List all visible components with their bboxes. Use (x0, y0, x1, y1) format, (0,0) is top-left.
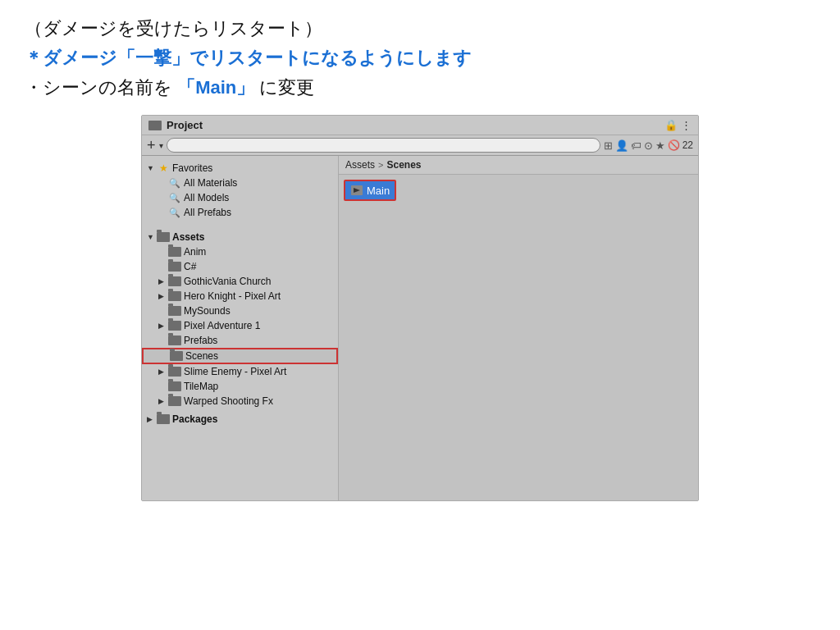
title-bar: Project 🔒 ⋮ (142, 116, 698, 135)
favorites-section: ▼ ★ Favorites 🔍 All Materials 🔍 All Mode… (142, 159, 338, 221)
all-prefabs-label: All Prefabs (184, 207, 231, 218)
tilemap-label: TileMap (184, 381, 218, 392)
assets-folder-icon (157, 232, 170, 243)
annotation-line1: （ダメージを受けたらリスタート） (25, 16, 815, 41)
pixel-adventure-item[interactable]: ▶ Pixel Adventure 1 (142, 318, 338, 333)
scenes-label: Scenes (185, 350, 218, 362)
slime-enemy-item[interactable]: ▶ Slime Enemy - Pixel Art (142, 364, 338, 379)
anim-label: Anim (184, 246, 206, 258)
hero-knight-item[interactable]: ▶ Hero Knight - Pixel Art (142, 289, 338, 304)
left-panel: ▼ ★ Favorites 🔍 All Materials 🔍 All Mode… (142, 156, 339, 500)
gothicvania-arrow: ▶ (158, 277, 168, 285)
all-prefabs-item[interactable]: 🔍 All Prefabs (142, 205, 338, 220)
slime-enemy-folder-icon (168, 367, 181, 377)
breadcrumb-separator: > (378, 160, 383, 170)
line3-suffix: に変更 (254, 77, 314, 98)
annotation-line2: ＊ダメージ「一撃」でリスタートになるようにします (25, 46, 815, 71)
gothicvania-item[interactable]: ▶ GothicVania Church (142, 274, 338, 289)
warped-label: Warped Shooting Fx (184, 395, 273, 407)
hero-knight-arrow: ▶ (158, 292, 168, 300)
scene-file-icon (350, 184, 363, 197)
tilemap-folder-icon (168, 381, 181, 392)
line3-highlight: 「Main」 (177, 77, 254, 98)
favorites-star-icon: ★ (157, 163, 170, 174)
slime-enemy-label: Slime Enemy - Pixel Art (184, 366, 286, 377)
circle-icon[interactable]: ⊙ (644, 139, 653, 152)
project-window: Project 🔒 ⋮ + ▾ ⊞ 👤 🏷 ⊙ ★ 🚫 22 ▼ (141, 115, 699, 501)
assets-header[interactable]: ▼ Assets (142, 230, 338, 244)
breadcrumb: Assets > Scenes (339, 156, 698, 175)
slime-enemy-arrow: ▶ (158, 368, 168, 376)
prefabs-label: Prefabs (184, 335, 217, 346)
packages-section: ▶ Packages (142, 410, 338, 428)
csharp-item[interactable]: C# (142, 259, 338, 274)
favorites-header[interactable]: ▼ ★ Favorites (142, 161, 338, 176)
pixel-adventure-folder-icon (168, 321, 181, 331)
packages-arrow: ▶ (147, 415, 157, 423)
scene-filter-icon[interactable]: ⊞ (604, 139, 613, 152)
search-icon-prefabs: 🔍 (168, 208, 181, 218)
annotation-area: （ダメージを受けたらリスタート） ＊ダメージ「一撃」でリスタートになるようにしま… (25, 16, 815, 100)
eye-slash-icon[interactable]: 🚫 (668, 139, 680, 151)
gothicvania-folder-icon (168, 276, 181, 287)
dropdown-arrow-icon[interactable]: ▾ (159, 141, 163, 150)
breadcrumb-assets: Assets (345, 159, 375, 171)
right-panel: Assets > Scenes Main (339, 156, 698, 500)
favorites-label: Favorites (172, 162, 212, 174)
mysounds-item[interactable]: MySounds (142, 304, 338, 318)
all-models-item[interactable]: 🔍 All Models (142, 190, 338, 205)
all-models-label: All Models (184, 192, 229, 203)
mysounds-label: MySounds (184, 305, 231, 317)
assets-label: Assets (172, 231, 204, 243)
hero-knight-folder-icon (168, 291, 181, 302)
main-scene-item[interactable]: Main (344, 180, 396, 201)
breadcrumb-scenes: Scenes (386, 159, 421, 171)
mysounds-folder-icon (168, 306, 181, 317)
assets-section: ▼ Assets Anim C# ▶ (142, 228, 338, 410)
anim-folder-icon (168, 247, 181, 258)
prefabs-folder-icon (168, 336, 181, 346)
pixel-adventure-label: Pixel Adventure 1 (184, 320, 260, 331)
packages-folder-icon (157, 414, 170, 425)
count-badge: 22 (682, 139, 693, 151)
annotation-line3: ・シーンの名前を 「Main」 に変更 (25, 75, 815, 100)
line3-prefix: ・シーンの名前を (25, 77, 177, 98)
right-content: Main (339, 175, 698, 496)
scenes-folder-icon (170, 351, 183, 362)
title-bar-right: 🔒 ⋮ (664, 119, 692, 131)
main-scene-label: Main (367, 185, 390, 197)
warped-arrow: ▶ (158, 397, 168, 405)
csharp-folder-icon (168, 262, 181, 272)
tilemap-item[interactable]: TileMap (142, 379, 338, 394)
folder-title-icon (148, 121, 162, 130)
main-content: ▼ ★ Favorites 🔍 All Materials 🔍 All Mode… (142, 156, 698, 500)
packages-header[interactable]: ▶ Packages (142, 412, 338, 427)
packages-label: Packages (172, 413, 217, 425)
title-bar-left: Project (148, 119, 203, 131)
prefabs-item[interactable]: Prefabs (142, 333, 338, 348)
star-icon[interactable]: ★ (655, 139, 665, 152)
warped-folder-icon (168, 396, 181, 407)
assets-arrow: ▼ (147, 233, 157, 241)
toolbar-icons: ⊞ 👤 🏷 ⊙ ★ 🚫 22 (604, 139, 693, 152)
more-icon[interactable]: ⋮ (681, 119, 692, 131)
all-materials-label: All Materials (184, 177, 237, 189)
lock-icon[interactable]: 🔒 (664, 119, 678, 131)
scenes-item[interactable]: Scenes (142, 348, 338, 364)
search-icon-models: 🔍 (168, 193, 181, 203)
toolbar: + ▾ ⊞ 👤 🏷 ⊙ ★ 🚫 22 (142, 135, 698, 156)
add-button[interactable]: + (147, 138, 156, 153)
search-icon-materials: 🔍 (168, 178, 181, 189)
tag-icon[interactable]: 🏷 (631, 139, 641, 152)
all-materials-item[interactable]: 🔍 All Materials (142, 176, 338, 190)
window-title: Project (167, 119, 203, 131)
person-icon[interactable]: 👤 (615, 139, 628, 152)
gothicvania-label: GothicVania Church (184, 276, 272, 287)
favorites-arrow: ▼ (147, 164, 157, 172)
csharp-label: C# (184, 261, 196, 272)
warped-item[interactable]: ▶ Warped Shooting Fx (142, 394, 338, 409)
search-input[interactable] (167, 138, 600, 153)
pixel-adventure-arrow: ▶ (158, 322, 168, 330)
hero-knight-label: Hero Knight - Pixel Art (184, 290, 281, 302)
anim-item[interactable]: Anim (142, 244, 338, 259)
